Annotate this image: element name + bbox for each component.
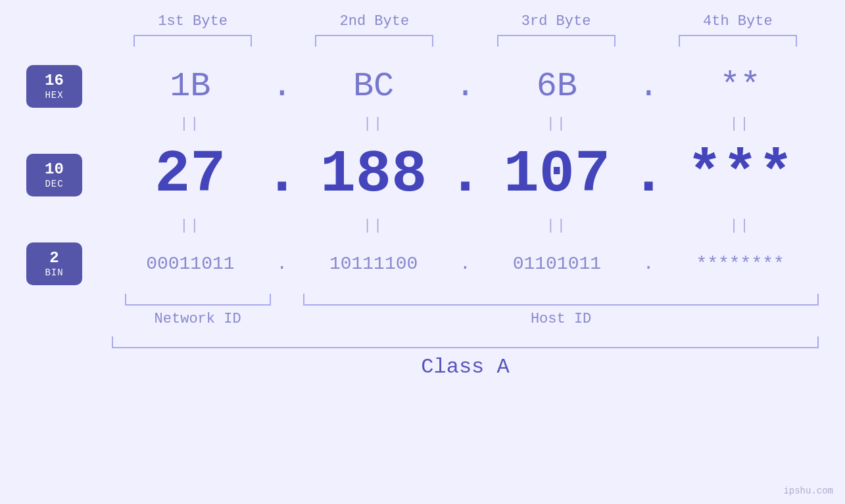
class-bracket <box>112 336 819 348</box>
hex-byte-4: ** <box>662 67 819 106</box>
hex-dot-2: . <box>455 67 475 106</box>
bin-dot-1: . <box>276 254 287 274</box>
dec-byte-1: 27 <box>112 141 269 208</box>
eq1-2: || <box>295 116 452 132</box>
bin-byte-1: 00011011 <box>112 254 269 274</box>
main-container: 1st Byte 2nd Byte 3rd Byte 4th Byte 16 <box>0 0 845 504</box>
byte-header-1: 1st Byte <box>112 13 274 30</box>
eq1-1: || <box>112 116 269 132</box>
bin-badge: 2 BIN <box>26 242 82 285</box>
top-bracket-4 <box>679 35 797 47</box>
host-id-label: Host ID <box>531 311 591 327</box>
bin-dot-2: . <box>460 254 471 274</box>
eq2-1: || <box>112 218 269 234</box>
dec-byte-2: 188 <box>295 141 452 208</box>
dec-dot-2: . <box>448 141 483 208</box>
eq2-3: || <box>479 218 636 234</box>
dec-dot-3: . <box>631 141 666 208</box>
hex-byte-3: 6B <box>479 67 636 106</box>
dec-dot-1: . <box>264 141 300 208</box>
watermark: ipshu.com <box>783 486 833 496</box>
bottom-bracket-host <box>303 294 819 306</box>
byte-header-4: 4th Byte <box>657 13 819 30</box>
dec-byte-4: *** <box>662 141 819 208</box>
network-id-label: Network ID <box>155 311 241 327</box>
bottom-bracket-network <box>125 294 271 306</box>
byte-header-2: 2nd Byte <box>293 13 455 30</box>
bin-byte-2: 10111100 <box>295 254 452 274</box>
dec-badge: 10 DEC <box>26 154 82 196</box>
top-bracket-3 <box>497 35 616 47</box>
eq1-3: || <box>479 116 636 132</box>
top-bracket-1 <box>133 35 252 47</box>
hex-byte-1: 1B <box>112 67 269 106</box>
eq1-4: || <box>662 116 819 132</box>
eq2-2: || <box>295 218 452 234</box>
hex-dot-3: . <box>639 67 659 106</box>
hex-badge: 16 HEX <box>26 65 82 108</box>
top-bracket-2 <box>315 35 433 47</box>
bin-byte-3: 01101011 <box>479 254 636 274</box>
bin-dot-3: . <box>643 254 654 274</box>
dec-byte-3: 107 <box>479 141 636 208</box>
bin-byte-4: ******** <box>662 254 819 274</box>
class-label: Class A <box>421 355 509 379</box>
hex-dot-1: . <box>272 67 292 106</box>
eq2-4: || <box>662 218 819 234</box>
hex-byte-2: BC <box>295 67 452 106</box>
byte-header-3: 3rd Byte <box>475 13 637 30</box>
